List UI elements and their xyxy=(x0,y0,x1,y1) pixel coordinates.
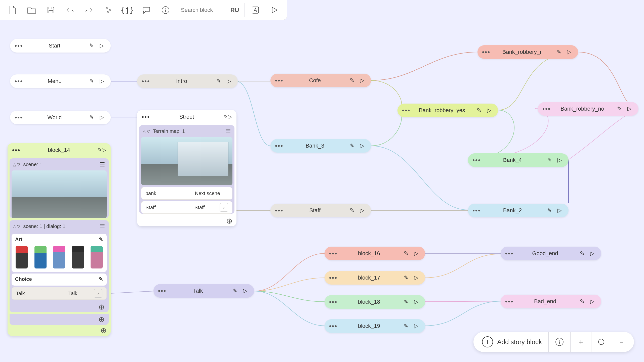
play-icon[interactable]: ▷ xyxy=(224,77,233,86)
node-bank-robbery-no[interactable]: ••• Bank_robbery_no ✎ ▷ xyxy=(538,102,638,116)
more-icon[interactable]: ••• xyxy=(158,287,167,295)
play-icon[interactable]: ▷ xyxy=(555,206,564,215)
more-icon[interactable]: ••• xyxy=(142,113,150,121)
character-avatar[interactable] xyxy=(16,246,28,268)
collapse-arrows-icon[interactable]: △ ▽ xyxy=(13,224,20,229)
edit-icon[interactable]: ✎ xyxy=(87,77,96,86)
node-bank-robbery-yes[interactable]: ••• Bank_robbery_yes ✎ ▷ xyxy=(397,104,498,117)
play-icon[interactable]: ▷ xyxy=(588,249,597,258)
add-panel-button[interactable]: ⊕ xyxy=(10,314,109,325)
edit-icon[interactable]: ✎ xyxy=(401,297,411,306)
font-icon[interactable] xyxy=(246,3,264,18)
collapse-arrows-icon[interactable]: △ ▽ xyxy=(13,162,20,167)
node-cofe[interactable]: ••• Cofe ✎ ▷ xyxy=(270,74,371,87)
code-braces-icon[interactable]: {j} xyxy=(118,3,136,18)
new-file-icon[interactable] xyxy=(4,3,22,18)
more-icon[interactable]: ••• xyxy=(505,298,514,305)
search-input[interactable] xyxy=(178,3,223,17)
more-icon[interactable]: ••• xyxy=(482,48,491,56)
add-panel-button[interactable]: ⊕ xyxy=(8,325,111,336)
collapse-arrows-icon[interactable]: △ ▽ xyxy=(143,129,150,134)
play-icon[interactable]: ▷ xyxy=(97,41,106,50)
edit-icon[interactable]: ✎ xyxy=(401,273,411,282)
more-icon[interactable]: ••• xyxy=(275,207,284,214)
open-folder-icon[interactable] xyxy=(23,3,41,18)
scene-thumbnail[interactable] xyxy=(12,170,107,218)
edit-icon[interactable]: ✎ xyxy=(99,236,103,242)
settings-sliders-icon[interactable] xyxy=(99,3,117,18)
link-row[interactable]: StaffStaff› xyxy=(141,201,232,214)
edit-icon[interactable]: ✎ xyxy=(545,156,554,165)
play-icon[interactable]: ▷ xyxy=(102,147,106,153)
menu-icon[interactable]: ☰ xyxy=(100,223,105,230)
character-avatar[interactable] xyxy=(34,246,47,268)
edit-icon[interactable]: ✎ xyxy=(347,76,356,85)
play-icon[interactable]: ▷ xyxy=(228,114,232,120)
play-icon[interactable]: ▷ xyxy=(625,104,634,113)
comment-icon[interactable] xyxy=(137,3,155,18)
add-story-block-button[interactable]: + Add story block xyxy=(475,332,548,352)
play-icon[interactable]: ▷ xyxy=(565,48,574,57)
menu-icon[interactable]: ☰ xyxy=(100,161,105,168)
node-talk[interactable]: ••• Talk ✎ ▷ xyxy=(153,284,254,298)
more-icon[interactable]: ••• xyxy=(329,322,338,330)
more-icon[interactable]: ••• xyxy=(142,77,150,85)
node-block16[interactable]: •••block_16✎▷ xyxy=(325,247,425,260)
play-icon[interactable]: ▷ xyxy=(588,297,597,306)
edit-icon[interactable]: ✎ xyxy=(554,48,564,57)
more-icon[interactable]: ••• xyxy=(472,207,481,214)
more-icon[interactable]: ••• xyxy=(329,274,338,282)
edit-icon[interactable]: ✎ xyxy=(578,249,587,258)
node-bank4[interactable]: ••• Bank_4 ✎ ▷ xyxy=(468,153,569,167)
node-block19[interactable]: •••block_19✎▷ xyxy=(325,319,425,333)
card-header[interactable]: ••• block_14 ✎ ▷ xyxy=(8,143,111,157)
menu-icon[interactable]: ☰ xyxy=(225,128,231,135)
scene-thumbnail[interactable] xyxy=(141,137,232,185)
redo-icon[interactable] xyxy=(80,3,98,18)
edit-icon[interactable]: ✎ xyxy=(578,297,587,306)
zoom-out-button[interactable]: － xyxy=(611,332,632,352)
character-avatar[interactable] xyxy=(91,246,103,268)
play-icon[interactable]: ▷ xyxy=(412,297,421,306)
more-icon[interactable]: ••• xyxy=(275,77,284,84)
play-icon[interactable]: ▷ xyxy=(485,106,494,115)
edit-icon[interactable]: ✎ xyxy=(230,286,239,295)
more-icon[interactable]: ••• xyxy=(505,250,514,257)
play-icon[interactable]: ▷ xyxy=(240,286,250,295)
play-icon[interactable]: ▷ xyxy=(357,206,367,215)
info-button[interactable] xyxy=(548,332,570,352)
edit-icon[interactable]: ✎ xyxy=(99,276,103,282)
play-icon[interactable]: ▷ xyxy=(357,76,367,85)
add-panel-button[interactable]: ⊕ xyxy=(137,215,236,226)
edit-icon[interactable]: ✎ xyxy=(214,77,223,86)
character-avatar[interactable] xyxy=(72,246,84,268)
edit-icon[interactable]: ✎ xyxy=(347,206,356,215)
play-icon[interactable]: ▷ xyxy=(97,77,106,86)
node-bad-end[interactable]: •••Bad_end✎▷ xyxy=(501,295,601,308)
save-icon[interactable] xyxy=(42,3,60,18)
edit-icon[interactable]: ✎ xyxy=(223,114,228,120)
node-staff[interactable]: ••• Staff ✎ ▷ xyxy=(270,204,371,217)
play-icon[interactable]: ▷ xyxy=(555,156,564,165)
play-icon[interactable]: ▷ xyxy=(412,322,421,331)
more-icon[interactable]: ••• xyxy=(275,142,284,150)
more-icon[interactable]: ••• xyxy=(542,105,551,113)
undo-icon[interactable] xyxy=(61,3,79,18)
edit-icon[interactable]: ✎ xyxy=(545,206,554,215)
zoom-reset-button[interactable] xyxy=(591,332,611,352)
chevron-right-icon[interactable]: › xyxy=(94,289,102,298)
edit-icon[interactable]: ✎ xyxy=(401,322,411,331)
play-icon[interactable]: ▷ xyxy=(412,249,421,258)
more-icon[interactable]: ••• xyxy=(15,42,23,50)
zoom-in-button[interactable]: ＋ xyxy=(570,332,591,352)
node-start[interactable]: ••• Start ✎ ▷ xyxy=(10,39,111,53)
edit-icon[interactable]: ✎ xyxy=(87,41,96,50)
more-icon[interactable]: ••• xyxy=(329,250,338,257)
more-icon[interactable]: ••• xyxy=(15,114,23,121)
node-bank2[interactable]: ••• Bank_2 ✎ ▷ xyxy=(468,204,569,217)
node-block18[interactable]: •••block_18✎▷ xyxy=(325,295,425,309)
avatar-list[interactable] xyxy=(15,245,103,269)
node-bank3[interactable]: ••• Bank_3 ✎ ▷ xyxy=(270,139,371,153)
more-icon[interactable]: ••• xyxy=(329,298,338,306)
more-icon[interactable]: ••• xyxy=(472,156,481,164)
